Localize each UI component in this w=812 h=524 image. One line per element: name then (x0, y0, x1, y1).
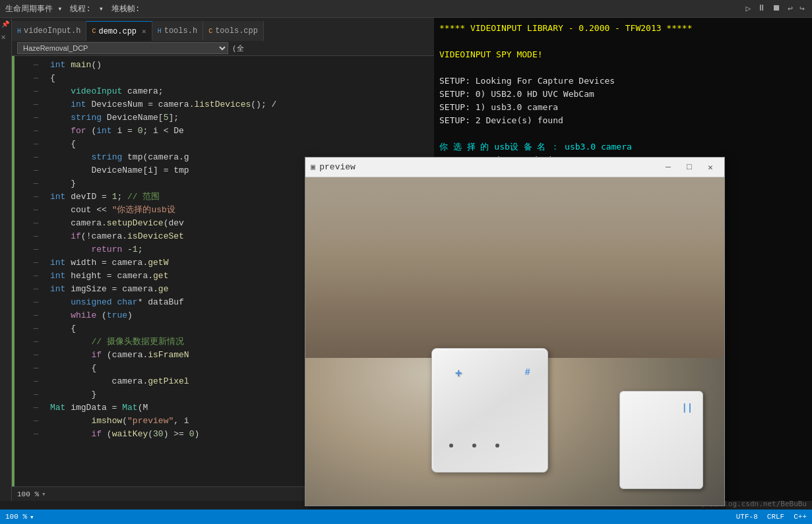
status-line-ending: CRLF (767, 513, 784, 521)
code-line-6: for (int i = 0; i < De (45, 125, 434, 138)
console-line-5: SETUP: Looking For Capture Devices (439, 74, 807, 88)
code-header: HazeRemoval_DCP (全 (12, 41, 434, 56)
zoom-dropdown-icon[interactable]: ▾ (42, 490, 46, 498)
camera-key-dot3 (495, 444, 499, 448)
debug-play-icon[interactable]: ▷ (744, 3, 753, 14)
toolbar-debug-icons: ▷ ⏸ ⏹ ↩ ↪ (744, 3, 807, 14)
console-line-7: SETUP: 1) usb3.0 camera (439, 101, 807, 114)
preview-content: + # || (305, 177, 724, 506)
toolbar-lifecycle[interactable]: 生命周期事件 ▾ (5, 3, 62, 15)
camera-key-dot1 (449, 444, 453, 448)
file-tab-democpp[interactable]: C demo.cpp ✕ (86, 21, 152, 41)
debug-stepover-icon[interactable]: ↩ (786, 3, 795, 14)
toolbar-thread-dropdown[interactable]: ▾ (99, 4, 104, 14)
zoom-level[interactable]: 100 % (17, 490, 39, 498)
console-line-3: VIDEOINPUT SPY MODE! (439, 48, 807, 61)
status-zoom[interactable]: 100 % (5, 513, 27, 521)
camera-key-hash: # (525, 367, 530, 378)
code-line-3: videoInput camera; (45, 85, 434, 98)
camera-dof-top (305, 177, 724, 308)
line-numbers: — — — — — — — — — — — — — — — (12, 56, 42, 441)
preview-maximize-button[interactable]: □ (681, 161, 698, 174)
debug-stepin-icon[interactable]: ↪ (797, 3, 807, 14)
camera-keyboard-key1: + # (431, 348, 549, 473)
file-icon-h2: H (158, 28, 162, 35)
file-icon-cpp: C (92, 28, 96, 35)
left-sidebar: 📌 ✕ (0, 18, 12, 501)
file-icon-cpp2: C (208, 28, 212, 35)
sidebar-pin-icon[interactable]: 📌 (1, 20, 11, 30)
debug-stop-icon[interactable]: ⏹ (770, 3, 783, 14)
console-line-9 (439, 127, 807, 140)
class-selector[interactable]: HazeRemoval_DCP (17, 42, 228, 54)
file-tab-label-videoinput: videoInput.h (24, 26, 80, 36)
camera-key-dot2 (472, 444, 476, 448)
file-icon-h: H (17, 28, 21, 35)
status-language: C++ (794, 513, 807, 521)
code-line-4: int DevicesNum = camera.listDevices(); / (45, 98, 434, 111)
file-tab-label-toolscpp: tools.cpp (215, 26, 258, 36)
camera-keyboard-key2: || (619, 391, 703, 489)
file-tab-videoinput[interactable]: H videoInput.h (12, 21, 86, 41)
code-line-7: { (45, 138, 434, 151)
code-header-extra: (全 (232, 44, 244, 53)
console-line-4 (439, 61, 807, 74)
code-line-1: int main() (45, 59, 434, 72)
preview-title-text: preview (319, 162, 656, 172)
status-bar: 100 % ▾ UTF-8 CRLF C++ (0, 509, 812, 524)
file-tabs: H videoInput.h C demo.cpp ✕ H tools.h C … (12, 18, 434, 41)
console-line-2 (439, 35, 807, 48)
preview-close-button[interactable]: ✕ (702, 161, 719, 174)
green-modification-bar (12, 56, 15, 486)
preview-window-icon: ▣ (311, 162, 315, 172)
top-toolbar: 生命周期事件 ▾ 线程: ▾ 堆栈帧: ▷ ⏸ ⏹ ↩ ↪ (0, 0, 812, 18)
console-line-8: SETUP: 2 Device(s) found (439, 114, 807, 127)
console-line-10: 你 选 择 的 usb设 备 名 ： usb3.0 camera (439, 140, 807, 154)
camera-key-symbol2: || (681, 403, 693, 413)
debug-pause-icon[interactable]: ⏸ (755, 3, 768, 14)
file-tab-close-democpp[interactable]: ✕ (142, 27, 146, 36)
status-zoom-arrow: ▾ (30, 513, 34, 521)
file-tab-label-democpp: demo.cpp (98, 27, 137, 36)
status-encoding: UTF-8 (736, 513, 758, 521)
console-line-1: ***** VIDEOINPUT LIBRARY - 0.2000 - TFW2… (439, 22, 807, 35)
file-tab-label-toolsh: tools.h (164, 26, 197, 36)
preview-minimize-button[interactable]: — (660, 161, 677, 174)
toolbar-thread-label: 线程: (70, 3, 90, 15)
camera-key-symbol1: + (455, 367, 462, 380)
code-line-2: { (45, 72, 434, 85)
code-line-5: string DeviceName[5]; (45, 111, 434, 125)
preview-titlebar: ▣ preview — □ ✕ (305, 158, 724, 177)
camera-preview-image: + # || (305, 177, 724, 506)
sidebar-close-icon[interactable]: ✕ (1, 32, 11, 42)
preview-window: ▣ preview — □ ✕ + # || (305, 157, 725, 506)
file-tab-toolsh[interactable]: H tools.h (152, 21, 203, 41)
console-line-6: SETUP: 0) USB2.0 HD UVC WebCam (439, 88, 807, 101)
toolbar-stack-label: 堆栈帧: (111, 3, 140, 15)
file-tab-toolscpp[interactable]: C tools.cpp (203, 21, 264, 41)
status-right-items: UTF-8 CRLF C++ (736, 513, 807, 521)
